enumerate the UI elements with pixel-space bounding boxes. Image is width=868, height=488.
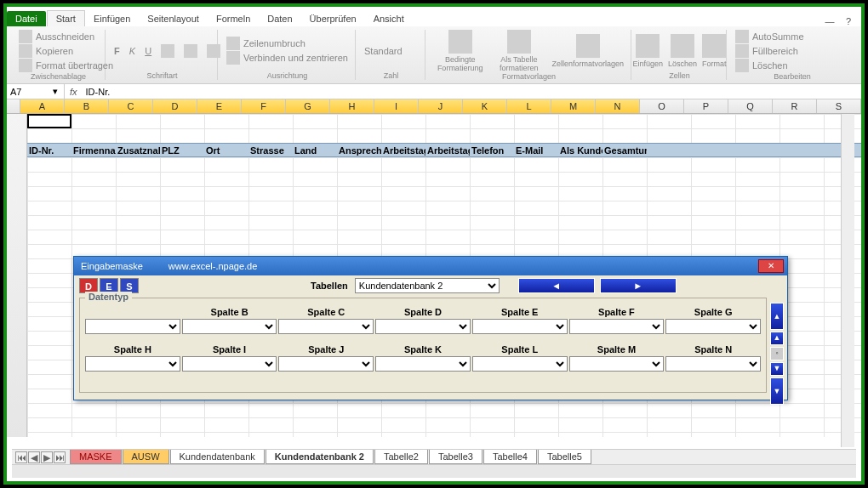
column-header[interactable]: K: [463, 99, 507, 113]
column-header[interactable]: A: [20, 99, 65, 113]
column-header[interactable]: N: [596, 99, 640, 113]
sheet-tab[interactable]: MASKE: [70, 450, 122, 464]
column-header[interactable]: R: [773, 99, 817, 113]
row-headers[interactable]: [7, 114, 27, 437]
column-header[interactable]: L: [507, 99, 551, 113]
scroll-mid-button[interactable]: ◦: [770, 347, 784, 360]
tab-start[interactable]: Start: [47, 10, 85, 26]
tab-ansicht[interactable]: Ansicht: [365, 11, 413, 26]
sheet-tab[interactable]: Kundendatenbank 2: [266, 450, 374, 464]
field-select[interactable]: [665, 319, 761, 334]
sheet-tab[interactable]: AUSW: [123, 450, 169, 464]
help-icon[interactable]: ?: [841, 16, 856, 26]
tab-daten[interactable]: Daten: [259, 11, 300, 26]
column-header[interactable]: D: [153, 99, 197, 113]
tabellen-select[interactable]: Kundendatenbank 2: [355, 278, 500, 293]
fx-icon[interactable]: fx: [65, 87, 83, 97]
field-label: Spalte C: [278, 307, 374, 319]
tab-ueberpruefen[interactable]: Überprüfen: [301, 11, 365, 26]
field-select[interactable]: [569, 319, 665, 334]
field-select[interactable]: [665, 356, 761, 372]
name-box[interactable]: [10, 87, 53, 97]
field-select[interactable]: [182, 356, 277, 372]
field-select[interactable]: [85, 319, 180, 334]
column-header[interactable]: H: [330, 99, 374, 113]
sheet-tabs: ⏮ ◀ ▶ ⏭ MASKE AUSW Kundendatenbank Kunde…: [12, 449, 856, 464]
field-select[interactable]: [472, 356, 568, 372]
font-color-icon[interactable]: [207, 44, 220, 58]
table-format-icon[interactable]: [507, 30, 531, 54]
field-select[interactable]: [278, 319, 374, 334]
field-select[interactable]: [375, 356, 471, 372]
format-cells-icon[interactable]: [702, 34, 726, 58]
field-select[interactable]: [472, 319, 568, 334]
number-format[interactable]: Standard: [364, 46, 403, 56]
field-select[interactable]: [375, 319, 471, 334]
sheet-tab[interactable]: Tabelle3: [429, 450, 483, 464]
select-all-corner[interactable]: [7, 99, 20, 113]
scroll-bottom-button[interactable]: ▼: [770, 377, 784, 405]
bold-button[interactable]: F: [114, 46, 120, 56]
sheet-tab[interactable]: Kundendatenbank: [170, 450, 265, 464]
sheet-tab[interactable]: Tabelle2: [374, 450, 428, 464]
file-tab[interactable]: Datei: [7, 11, 46, 26]
column-header[interactable]: M: [551, 99, 596, 113]
sheet-tab[interactable]: Tabelle4: [483, 450, 537, 464]
prev-button[interactable]: ◄: [518, 278, 595, 293]
copy-icon[interactable]: [19, 44, 32, 58]
vertical-scrollbar[interactable]: [841, 114, 854, 447]
sheet-nav-next[interactable]: ▶: [41, 451, 53, 463]
column-header[interactable]: P: [684, 99, 728, 113]
delete-cells-icon[interactable]: [671, 34, 694, 58]
column-header[interactable]: E: [197, 99, 242, 113]
header-cell: Ort: [204, 145, 248, 156]
cell-styles-icon[interactable]: [576, 34, 600, 58]
minimize-icon[interactable]: —: [822, 16, 837, 26]
sheet-nav-first[interactable]: ⏮: [15, 451, 27, 463]
scroll-down-button[interactable]: ▼: [770, 362, 784, 376]
insert-cells-icon[interactable]: [636, 34, 660, 58]
spreadsheet-grid[interactable]: ID-Nr.FirmennameZusatznahmePLZOrtStrasse…: [7, 114, 861, 437]
next-button[interactable]: ►: [600, 278, 677, 293]
column-header[interactable]: O: [640, 99, 684, 113]
column-header[interactable]: J: [419, 99, 463, 113]
tab-formeln[interactable]: Formeln: [208, 11, 259, 26]
dropdown-icon[interactable]: ▾: [53, 86, 58, 97]
italic-button[interactable]: K: [129, 46, 135, 56]
field-select[interactable]: [182, 319, 277, 334]
underline-button[interactable]: U: [145, 46, 151, 56]
column-header[interactable]: S: [817, 99, 861, 113]
column-header[interactable]: F: [242, 99, 286, 113]
field-select[interactable]: [569, 356, 665, 372]
autosum-icon[interactable]: [735, 30, 749, 43]
scroll-up-button[interactable]: ▲: [770, 332, 784, 345]
sheet-tab[interactable]: Tabelle5: [538, 450, 591, 464]
column-header[interactable]: G: [286, 99, 330, 113]
active-cell[interactable]: [27, 114, 71, 128]
cut-icon[interactable]: [19, 30, 32, 43]
close-button[interactable]: ✕: [758, 259, 784, 273]
border-icon[interactable]: [161, 44, 174, 58]
tab-einfuegen[interactable]: Einfügen: [85, 11, 139, 26]
merge-icon[interactable]: [226, 51, 240, 65]
tab-seitenlayout[interactable]: Seitenlayout: [139, 11, 208, 26]
formula-value[interactable]: ID-Nr.: [83, 87, 114, 97]
sheet-nav-prev[interactable]: ◀: [28, 451, 40, 463]
cond-format-icon[interactable]: [448, 30, 472, 54]
column-header[interactable]: C: [109, 99, 153, 113]
column-header[interactable]: B: [65, 99, 109, 113]
column-header[interactable]: Q: [728, 99, 773, 113]
column-header[interactable]: I: [374, 99, 419, 113]
fill-color-icon[interactable]: [184, 44, 197, 58]
sheet-nav-last[interactable]: ⏭: [54, 451, 66, 463]
fill-icon[interactable]: [735, 44, 749, 58]
ribbon-tabs: Datei Start Einfügen Seitenlayout Formel…: [7, 9, 861, 26]
ribbon: Ausschneiden Kopieren Format übertragen …: [7, 26, 861, 84]
clear-icon[interactable]: [735, 59, 749, 72]
scroll-top-button[interactable]: ▲: [770, 303, 784, 330]
field-select[interactable]: [85, 356, 180, 372]
paintbrush-icon[interactable]: [19, 59, 32, 72]
field-select[interactable]: [278, 356, 374, 372]
dialog-titlebar[interactable]: Eingabemaske www.excel-.npage.de ✕: [74, 257, 787, 275]
align-icon[interactable]: [226, 37, 240, 50]
